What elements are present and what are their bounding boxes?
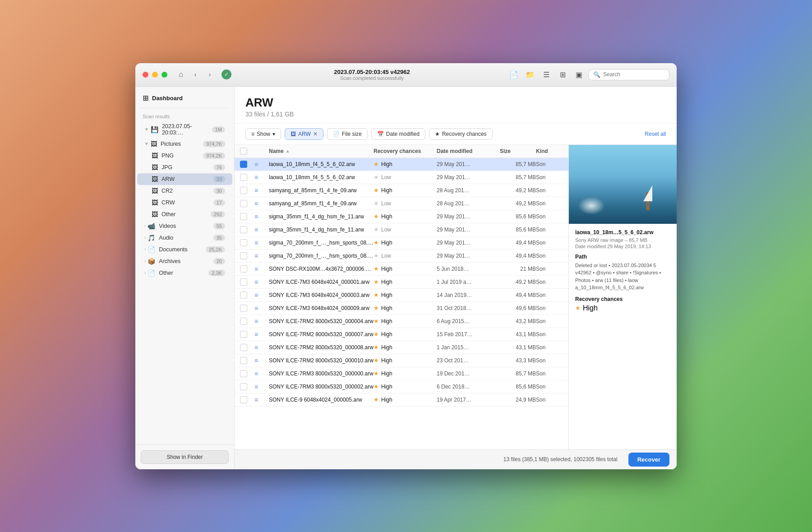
sidebar-scan-entry[interactable]: ▼ 💾 2023.07.05-20:03:… 1M <box>137 121 232 138</box>
row-checkbox[interactable] <box>240 226 247 233</box>
table-row[interactable]: ≡ samyang_af_85mm_f1_4_fe_09.arw ★ High … <box>235 184 568 197</box>
table-row[interactable]: ≡ SONY ILCE-7RM2 8000x5320_000010.arw ★ … <box>235 354 568 367</box>
list-view-button[interactable]: ☰ <box>540 68 553 81</box>
table-row[interactable]: ≡ SONY ILCE-7M3 6048x4024_000009.arw ★ H… <box>235 302 568 315</box>
row-checkbox-cell <box>240 344 254 351</box>
row-date: 29 May 201… <box>437 161 500 167</box>
th-kind[interactable]: Kind <box>536 148 563 155</box>
row-checkbox-cell <box>240 174 254 181</box>
row-checkbox[interactable] <box>240 265 247 273</box>
table-row[interactable]: ≡ sigma_35mm_f1_4_dg_hsm_fe_11.arw ★ Hig… <box>235 210 568 223</box>
row-checkbox[interactable] <box>240 331 247 338</box>
table-row[interactable]: ≡ samyang_af_85mm_f1_4_fe_09.arw ★ Low 2… <box>235 197 568 210</box>
row-checkbox-cell <box>240 291 254 299</box>
row-date: 29 May 201… <box>437 240 500 246</box>
sidebar-item-pictures[interactable]: ▼ 🖼 Pictures 974,7K <box>137 138 232 150</box>
table-row[interactable]: ≡ SONY ILCE-7RM2 8000x5320_000007.arw ★ … <box>235 328 568 341</box>
sidebar-item-arw[interactable]: 🖼 ARW 33 <box>137 173 232 185</box>
sidebar-item-jpg[interactable]: 🖼 JPG 76 <box>137 162 232 173</box>
table-row[interactable]: ≡ SONY ILCE-7M3 6048x4024_000001.arw ★ H… <box>235 276 568 289</box>
table-row[interactable]: ≡ SONY DSC-RX100M…4x3672_000006.arw ★ Hi… <box>235 263 568 276</box>
row-checkbox[interactable] <box>240 318 247 325</box>
table-row[interactable]: ≡ SONY ILCE-7RM2 8000x5320_000004.arw ★ … <box>235 315 568 328</box>
row-checkbox[interactable] <box>240 383 247 390</box>
show-in-finder-button[interactable]: Show in Finder <box>141 450 229 464</box>
row-icon-cell: ≡ <box>254 265 269 273</box>
sidebar-item-documents[interactable]: › 📄 Documents 25,2K <box>137 244 232 255</box>
close-button[interactable] <box>143 72 148 78</box>
doc-view-button[interactable]: 📄 <box>507 68 521 81</box>
folder-view-button[interactable]: 📁 <box>523 68 537 81</box>
row-checkbox[interactable] <box>240 174 247 181</box>
recovery-header-label: Recovery chances <box>374 148 421 154</box>
home-button[interactable]: ⌂ <box>175 68 187 81</box>
file-size-icon: 📄 <box>333 131 340 137</box>
row-checkbox-cell <box>240 161 254 168</box>
th-name[interactable]: Name ▲ <box>269 148 374 155</box>
row-checkbox[interactable] <box>240 396 247 403</box>
row-checkbox[interactable] <box>240 278 247 286</box>
table-row[interactable]: ≡ sigma_35mm_f1_4_dg_hsm_fe_11.arw ★ Low… <box>235 223 568 236</box>
row-checkbox[interactable] <box>240 291 247 299</box>
row-checkbox[interactable] <box>240 213 247 220</box>
table-row[interactable]: ≡ SONY ILCE-9 6048x4024_000005.arw ★ Hig… <box>235 393 568 407</box>
crw-label: CRW <box>161 199 213 206</box>
table-row[interactable]: ≡ sigma_70_200mm_f_…_hsm_sports_08.arw ★… <box>235 236 568 250</box>
table-row[interactable]: ≡ laowa_10_18mm_f4_5_5_6_02.arw ★ High 2… <box>235 158 568 171</box>
row-checkbox[interactable] <box>240 357 247 364</box>
videos-icon: 📹 <box>148 222 155 230</box>
sidebar-item-other-pictures[interactable]: 🖼 Other 292 <box>137 208 232 220</box>
file-icon: ≡ <box>254 200 258 207</box>
recover-button[interactable]: Recover <box>628 453 669 467</box>
panel-view-button[interactable]: ▣ <box>572 68 586 81</box>
search-box[interactable]: 🔍 <box>588 69 669 80</box>
row-checkbox[interactable] <box>240 161 247 168</box>
table-row[interactable]: ≡ sigma_70_200mm_f_…_hsm_sports_08.arw ★… <box>235 250 568 263</box>
row-recovery: ★ High <box>374 213 437 220</box>
arw-filter-button[interactable]: 🖼 ARW ✕ <box>285 128 323 140</box>
row-size: 24,9 MB <box>500 397 536 403</box>
row-checkbox[interactable] <box>240 187 247 194</box>
header-checkbox[interactable] <box>240 148 247 155</box>
sidebar-item-audio[interactable]: › 🎵 Audio 35 <box>137 232 232 244</box>
fullscreen-button[interactable] <box>161 72 167 78</box>
minimize-button[interactable] <box>152 72 158 78</box>
row-checkbox[interactable] <box>240 370 247 377</box>
grid-view-button[interactable]: ⊞ <box>556 68 569 81</box>
row-checkbox[interactable] <box>240 344 247 351</box>
table-row[interactable]: ≡ SONY ILCE-7RM3 8000x5320_000000.arw ★ … <box>235 367 568 380</box>
sidebar-item-archives[interactable]: › 📦 Archives 20 <box>137 255 232 267</box>
row-kind: Son <box>536 292 563 298</box>
preview-type-size: Sony ARW raw image – 85,7 MB <box>575 237 670 243</box>
file-size-filter-button[interactable]: 📄 File size <box>327 128 368 140</box>
recovery-chances-filter-button[interactable]: ★ Recovery chances <box>429 128 493 140</box>
th-checkbox <box>240 148 254 155</box>
table-row[interactable]: ≡ SONY ILCE-7RM2 8000x5320_000008.arw ★ … <box>235 341 568 354</box>
scan-title: 2023.07.05-20:03:45 v42962 <box>237 69 507 75</box>
sidebar-item-other[interactable]: › 📄 Other 2,3K <box>137 267 232 279</box>
recovery-label: High <box>381 213 392 220</box>
back-button[interactable]: ‹ <box>189 68 202 81</box>
sidebar-item-png[interactable]: 🖼 PNG 974,2K <box>137 150 232 162</box>
recovery-star-icon: ★ <box>374 370 379 377</box>
sidebar-item-cr2[interactable]: 🖼 CR2 30 <box>137 185 232 197</box>
date-modified-filter-button[interactable]: 📅 Date modified <box>371 128 425 140</box>
sidebar-item-crw[interactable]: 🖼 CRW 17 <box>137 197 232 208</box>
table-row[interactable]: ≡ SONY ILCE-7M3 6048x4024_000003.arw ★ H… <box>235 289 568 302</box>
row-checkbox[interactable] <box>240 200 247 207</box>
forward-button[interactable]: › <box>203 68 216 81</box>
sidebar-item-videos[interactable]: › 📹 Videos 55 <box>137 220 232 232</box>
table-row[interactable]: ≡ SONY ILCE-7RM3 8000x5320_000002.arw ★ … <box>235 380 568 393</box>
show-filter-button[interactable]: ≡ Show ▾ <box>245 128 281 140</box>
th-size[interactable]: Size <box>500 148 536 155</box>
th-date[interactable]: Date modified <box>437 148 500 155</box>
sort-icon: ▲ <box>286 148 290 153</box>
search-input[interactable] <box>603 71 664 78</box>
recovery-label: High <box>381 305 392 311</box>
reset-all-button[interactable]: Reset all <box>645 131 666 137</box>
row-checkbox[interactable] <box>240 239 247 246</box>
row-checkbox[interactable] <box>240 252 247 259</box>
table-row[interactable]: ≡ laowa_10_18mm_f4_5_5_6_02.arw ★ Low 29… <box>235 171 568 184</box>
th-recovery[interactable]: Recovery chances <box>374 148 437 155</box>
row-checkbox[interactable] <box>240 305 247 312</box>
